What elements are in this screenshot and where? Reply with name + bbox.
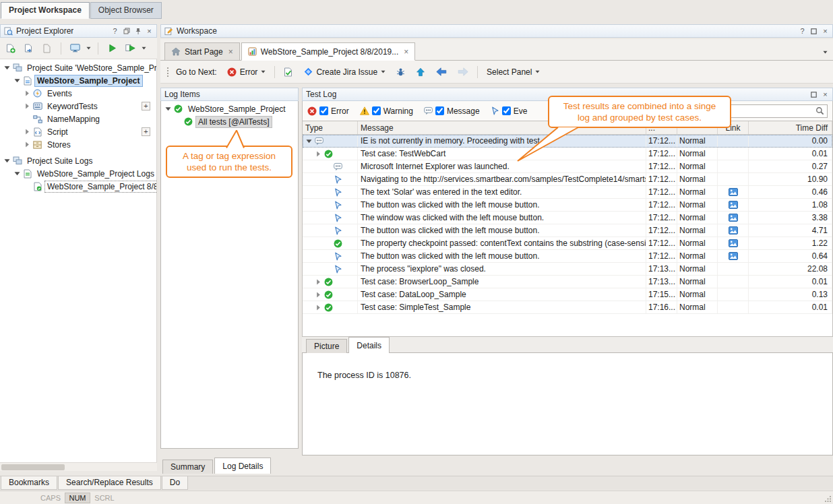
status-num: NUM bbox=[65, 493, 90, 503]
tree-item-all-tests-alltests[interactable]: All tests [@AllTests] bbox=[161, 115, 298, 128]
tab-details[interactable]: Details bbox=[348, 337, 390, 353]
go-to-next-error-button[interactable]: Error bbox=[222, 63, 272, 80]
close-icon[interactable]: × bbox=[146, 27, 153, 35]
navigate-back-button[interactable] bbox=[431, 63, 452, 80]
run-test-button[interactable] bbox=[104, 40, 120, 57]
panel-tab-search-replace-results[interactable]: Search/Replace Results bbox=[58, 476, 161, 490]
tab-log-details[interactable]: Log Details bbox=[214, 458, 271, 474]
expander-right-icon[interactable] bbox=[314, 292, 323, 298]
expander-right-icon[interactable] bbox=[23, 129, 32, 135]
close-icon[interactable]: × bbox=[822, 27, 829, 35]
help-icon[interactable]: ? bbox=[111, 27, 119, 35]
navigate-forward-button[interactable] bbox=[452, 63, 474, 80]
panel-tab-bookmarks[interactable]: Bookmarks bbox=[1, 476, 57, 490]
help-icon[interactable]: ? bbox=[799, 27, 806, 35]
tree-item-webstore_sample_project[interactable]: WebStore_Sample_Project bbox=[0, 74, 156, 87]
tree-item-webstore_sample_project-8-8[interactable]: WebStore_Sample_Project 8/8/... bbox=[0, 180, 156, 193]
expander-right-icon[interactable] bbox=[23, 103, 32, 109]
filter-checkbox-warning[interactable] bbox=[372, 106, 381, 115]
add-item-badge[interactable]: + bbox=[142, 127, 150, 136]
horizontal-scrollbar[interactable] bbox=[0, 462, 157, 471]
filter-checkbox-error[interactable] bbox=[319, 106, 328, 115]
tree-item-project-suite-logs[interactable]: Project Suite Logs bbox=[0, 154, 156, 167]
expander-down-icon[interactable] bbox=[3, 65, 11, 71]
scrollbar-thumb[interactable] bbox=[1, 464, 65, 470]
create-jira-issue-button[interactable]: Create Jira Issue bbox=[299, 63, 391, 80]
log-row[interactable]: Test case: TestWebCart17:12...Normal0.01 bbox=[303, 148, 832, 160]
log-row[interactable]: Test case: BrowserLoop_Sample17:13...Nor… bbox=[303, 276, 832, 288]
log-row[interactable]: The window was clicked with the left mou… bbox=[303, 212, 832, 224]
top-tab-project-workspace[interactable]: Project Workspace bbox=[1, 2, 90, 19]
expander-down-icon[interactable] bbox=[3, 158, 11, 164]
maximize-icon[interactable] bbox=[810, 90, 817, 98]
expander-down-icon[interactable] bbox=[13, 170, 22, 177]
document-tab-start-page[interactable]: Start Page× bbox=[164, 42, 240, 61]
log-row[interactable]: The text 'Solar' was entered in the text… bbox=[303, 186, 832, 199]
tree-item-project-suite-webstore_sample_project[interactable]: Project Suite 'WebStore_Sample_Project' bbox=[0, 61, 156, 74]
picture-icon[interactable] bbox=[729, 188, 738, 196]
picture-icon[interactable] bbox=[729, 201, 738, 209]
log-row[interactable]: Navigating to the http://services.smartb… bbox=[303, 173, 832, 186]
log-row[interactable]: The button was clicked with the left mou… bbox=[303, 250, 832, 263]
tree-item-webstore_sample_project-logs[interactable]: WebStore_Sample_Project Logs bbox=[0, 167, 156, 180]
close-icon[interactable]: × bbox=[227, 47, 233, 57]
expander-down-icon[interactable] bbox=[13, 77, 22, 84]
pin-icon[interactable] bbox=[134, 27, 142, 35]
log-row[interactable]: Test case: SimpleTest_Sample17:16...Norm… bbox=[303, 301, 832, 314]
tab-list-chevron-icon[interactable] bbox=[823, 51, 828, 54]
move-up-button[interactable] bbox=[410, 63, 431, 80]
expander-right-icon[interactable] bbox=[314, 305, 323, 311]
page-plus-button[interactable] bbox=[3, 40, 19, 57]
page-gray-button[interactable] bbox=[39, 40, 55, 57]
picture-icon[interactable] bbox=[729, 226, 738, 234]
expander-down-icon[interactable] bbox=[305, 138, 313, 144]
jira-robot-button[interactable] bbox=[391, 63, 410, 80]
log-row-time: 17:12... bbox=[646, 160, 677, 172]
chevron-down-icon[interactable] bbox=[85, 46, 92, 50]
expander-right-icon[interactable] bbox=[23, 141, 32, 148]
panel-tab-do[interactable]: Do bbox=[162, 476, 188, 490]
toolbar-grip[interactable] bbox=[166, 66, 169, 78]
select-panel-button[interactable]: Select Panel bbox=[481, 63, 545, 80]
page-arrow-button[interactable] bbox=[21, 40, 37, 57]
tab-picture[interactable]: Picture bbox=[306, 339, 347, 353]
log-row[interactable]: Test case: DataLoop_Sample17:15...Normal… bbox=[303, 288, 832, 301]
filter-checkbox-eve[interactable] bbox=[502, 106, 511, 115]
log-row[interactable]: The property checkpoint passed: contentT… bbox=[303, 237, 832, 250]
tree-item-stores[interactable]: Stores bbox=[0, 138, 156, 151]
tree-item-namemapping[interactable]: NameMapping bbox=[0, 113, 156, 125]
expander-right-icon[interactable] bbox=[314, 279, 323, 285]
run-project-button[interactable] bbox=[122, 40, 138, 57]
filter-checkbox-message[interactable] bbox=[435, 106, 444, 115]
close-icon[interactable]: × bbox=[402, 47, 408, 57]
close-icon[interactable]: × bbox=[822, 90, 829, 98]
picture-icon[interactable] bbox=[729, 239, 738, 247]
add-item-badge[interactable]: + bbox=[142, 102, 150, 111]
expander-right-icon[interactable] bbox=[314, 151, 323, 157]
resize-grip-icon[interactable] bbox=[824, 495, 832, 503]
document-tab-webstore_sample_project-8-8-2019[interactable]: WebStore_Sample_Project 8/8/2019...× bbox=[241, 42, 416, 61]
tab-summary[interactable]: Summary bbox=[162, 460, 213, 474]
float-icon[interactable] bbox=[123, 27, 130, 35]
tree-item-script[interactable]: Script+ bbox=[0, 125, 156, 138]
log-report-button[interactable] bbox=[278, 63, 299, 80]
picture-icon[interactable] bbox=[729, 214, 738, 222]
top-tab-object-browser[interactable]: Object Browser bbox=[90, 2, 162, 19]
chevron-down-icon[interactable] bbox=[140, 46, 148, 50]
log-row[interactable]: The button was clicked with the left mou… bbox=[303, 224, 832, 237]
tree-item-webstore_sample_project[interactable]: WebStore_Sample_Project bbox=[161, 102, 298, 115]
column-header-time-diff[interactable]: Time Diff bbox=[749, 121, 832, 134]
tree-item-keywordtests[interactable]: KeywordTests+ bbox=[0, 100, 156, 113]
picture-icon[interactable] bbox=[729, 252, 738, 260]
expander-down-icon[interactable] bbox=[164, 106, 173, 112]
log-row-message: The text 'Solar' was entered in the text… bbox=[358, 186, 646, 198]
log-row[interactable]: Microsoft Internet Explorer was launched… bbox=[303, 160, 832, 173]
maximize-icon[interactable] bbox=[810, 27, 817, 35]
tree-item-events[interactable]: Events bbox=[0, 87, 156, 100]
log-row[interactable]: The process "iexplore" was closed.17:13.… bbox=[303, 263, 832, 276]
column-header-type[interactable]: Type bbox=[303, 121, 358, 134]
log-row[interactable]: IE is not currently in memory. Proceedin… bbox=[303, 135, 832, 148]
expander-right-icon[interactable] bbox=[23, 90, 32, 96]
object-spy-button[interactable] bbox=[67, 40, 83, 57]
log-row[interactable]: The button was clicked with the left mou… bbox=[303, 199, 832, 212]
